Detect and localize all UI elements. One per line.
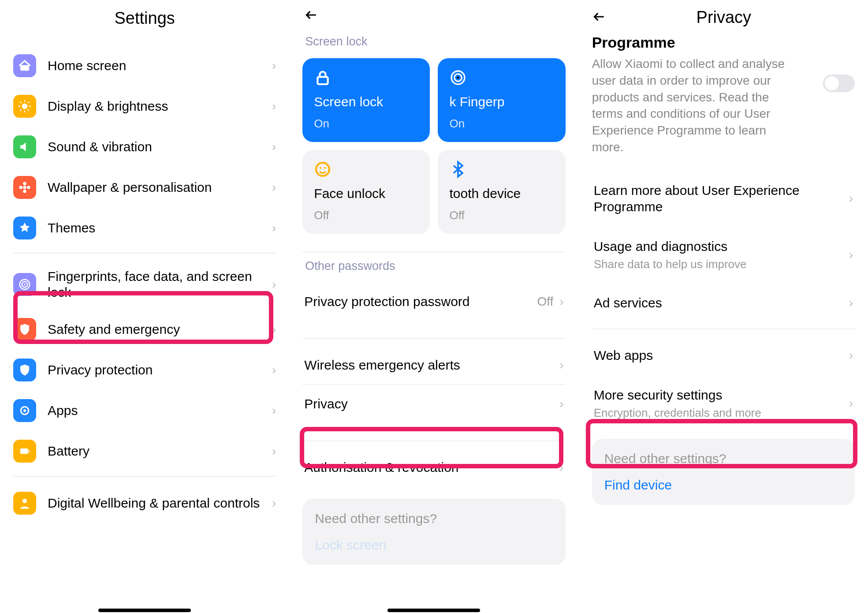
settings-row-g2-0[interactable]: Fingerprints, face data, and screen lock… [13,260,276,309]
chevron-right-icon: › [849,348,853,363]
programme-description: Allow Xiaomi to collect and analyse user… [592,56,786,156]
svg-point-27 [316,163,329,176]
row-label: Themes [48,220,261,236]
svg-line-8 [20,110,22,111]
row-value: Off [537,295,553,309]
privacy-item2-0[interactable]: Web apps › [592,336,855,375]
row-label: Home screen [48,58,261,74]
svg-point-17 [24,284,26,285]
back-button[interactable] [592,10,606,25]
chevron-right-icon: › [559,460,563,475]
divider [302,338,565,339]
lock-card-2[interactable]: Face unlock Off [302,150,430,234]
row-priv-1[interactable]: Privacy› [302,385,565,423]
wellbeing-icon-tile [13,492,36,515]
settings-row-1[interactable]: Display & brightness › [13,86,276,127]
row-label: Authorisation & revocation [304,460,559,475]
svg-point-26 [457,77,459,79]
row-label: Battery [48,443,261,459]
row-label: Privacy [304,396,559,411]
svg-line-7 [28,110,30,111]
need-other-settings-panel: Need other settings? Lock screen [302,499,565,565]
need-other-title: Need other settings? [315,511,553,526]
chevron-right-icon: › [849,296,853,310]
settings-row-g2-3[interactable]: Apps › [13,390,276,431]
lock-card-0[interactable]: Screen lock On [302,58,430,142]
svg-rect-21 [29,450,30,452]
settings-row-2[interactable]: Sound & vibration › [13,127,276,167]
lock-icon [314,69,332,86]
row-label: Wallpaper & personalisation [48,179,261,195]
row-label: Digital Wellbeing & parental controls [48,495,261,511]
settings-row-g2-1[interactable]: Safety and emergency › [13,309,276,350]
divider [13,253,276,254]
smile-icon [314,161,418,178]
chevron-right-icon: › [272,140,276,154]
settings-row-g3-0[interactable]: Digital Wellbeing & parental controls › [13,483,276,523]
programme-toggle[interactable] [823,75,855,92]
card-status: Off [314,209,418,222]
settings-row-4[interactable]: Themes › [13,208,276,248]
svg-point-14 [27,186,30,189]
svg-point-11 [23,182,26,186]
item-sublabel: Share data to help us improve [594,257,849,272]
flower-icon [18,181,31,194]
svg-point-28 [320,167,321,169]
fingerprint-icon [449,69,467,86]
item-label: Usage and diagnosticsShare data to help … [594,238,849,272]
nav-bar-indicator [387,609,480,612]
svg-point-12 [23,190,26,193]
sound-icon-tile [13,135,36,158]
item-label: More security settingsEncryption, creden… [594,387,849,420]
flower-icon-tile [13,176,36,199]
privacy-item-1[interactable]: Usage and diagnosticsShare data to help … [592,227,855,283]
screen-privacy: Privacy Programme Allow Xiaomi to collec… [579,0,868,613]
shield-icon-tile [13,318,36,341]
arrow-left-icon [304,8,318,22]
svg-line-6 [20,102,22,103]
screen-settings: Settings Home screen › Display & brightn… [0,0,289,613]
privacy-item-0[interactable]: Learn more about User Experience Program… [592,171,855,227]
battery-icon [18,445,31,458]
svg-point-10 [23,186,26,189]
item-label: Web apps [594,347,849,364]
chevron-right-icon: › [849,248,853,262]
chevron-right-icon: › [272,496,276,510]
row-auth-0[interactable]: Authorisation & revocation› [302,449,565,486]
shieldblue-icon [18,363,31,377]
back-button[interactable] [302,0,320,27]
page-title: Privacy [633,8,815,27]
svg-line-9 [28,102,30,103]
find-device-link[interactable]: Find device [604,478,842,493]
apps-icon [18,404,31,417]
sun-icon [18,100,31,113]
shieldblue-icon-tile [13,359,36,381]
chevron-right-icon: › [272,444,276,458]
divider [302,441,565,441]
svg-point-1 [22,104,28,109]
settings-row-3[interactable]: Wallpaper & personalisation › [13,167,276,208]
row-label: Privacy protection password [304,294,537,309]
card-title: tooth device [449,186,554,201]
row-label: Wireless emergency alerts [304,358,559,373]
need-other-title: Need other settings? [604,451,842,466]
item-sublabel: Encryption, credentials and more [594,406,849,420]
lock-screen-link[interactable]: Lock screen [315,538,553,553]
privacy-item2-1[interactable]: More security settingsEncryption, creden… [592,375,855,432]
privacy-item-2[interactable]: Ad services › [592,283,855,323]
lock-card-1[interactable]: k Fingerp On [438,58,565,142]
svg-point-22 [22,499,27,503]
fingerprint-icon [18,278,31,291]
settings-row-0[interactable]: Home screen › [13,45,276,86]
chevron-right-icon: › [272,363,276,377]
settings-row-g2-4[interactable]: Battery › [13,431,276,471]
bluetooth-icon [449,161,467,178]
settings-row-g2-2[interactable]: Privacy protection › [13,350,276,390]
row-otherpw-0[interactable]: Privacy protection passwordOff› [302,283,565,321]
lock-icon [314,69,418,86]
divider [592,329,855,329]
fingerprint-icon [449,69,554,86]
paint-icon-tile [13,217,36,239]
lock-card-3[interactable]: tooth device Off [438,150,565,234]
row-priv-0[interactable]: Wireless emergency alerts› [302,346,565,384]
